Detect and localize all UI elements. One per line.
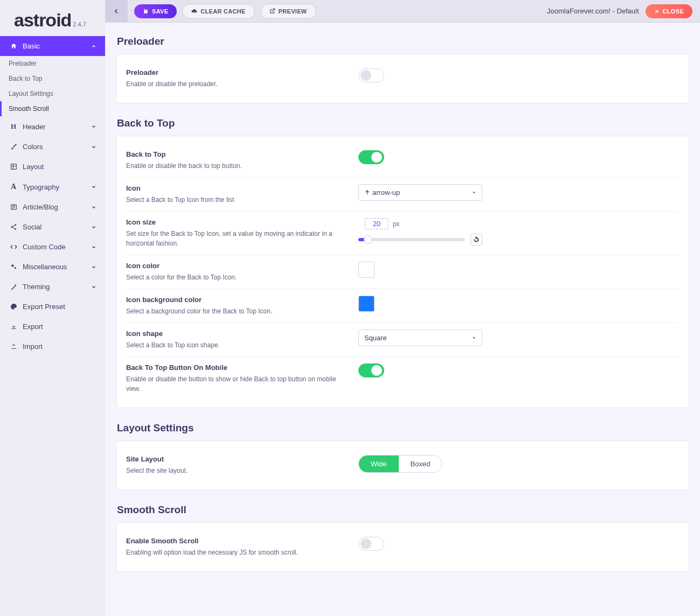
- caret-down-icon: [472, 335, 476, 340]
- nav-item-theming[interactable]: Theming: [0, 277, 105, 297]
- download-icon: [9, 323, 18, 330]
- btt-size-slider[interactable]: [358, 238, 465, 241]
- nav-item-basic[interactable]: Basic: [0, 36, 105, 56]
- nav-basic-submenu: Preloader Back to Top Layout Settings Sm…: [0, 56, 105, 116]
- nav-item-article-blog[interactable]: Article/Blog: [0, 197, 105, 217]
- preloader-label: Preloader: [126, 68, 348, 76]
- nav-item-custom-code[interactable]: Custom Code: [0, 237, 105, 257]
- page-title: JoomlaForever.com! - Default: [547, 7, 639, 15]
- smooth-toggle[interactable]: [358, 537, 384, 551]
- brand-name: astroid: [14, 10, 71, 31]
- nav-label: Header: [23, 123, 46, 131]
- layout-option-wide[interactable]: Wide: [359, 456, 399, 472]
- nav-item-import[interactable]: Import: [0, 337, 105, 356]
- upload-icon: [9, 343, 18, 350]
- preview-button[interactable]: PREVIEW: [260, 4, 316, 19]
- topbar: SAVE CLEAR CACHE PREVIEW JoomlaForever.c…: [105, 0, 700, 23]
- nav-label: Social: [23, 223, 41, 231]
- sidebar: astroid 2.4.7 Basic Preloader Back to To…: [0, 0, 105, 616]
- save-button[interactable]: SAVE: [134, 4, 177, 18]
- btt-size-label: Icon size: [126, 218, 348, 226]
- btt-shape-desc: Select a Back to Top icon shape.: [126, 340, 348, 350]
- chevron-up-icon: [91, 44, 96, 49]
- chevron-down-icon: [91, 205, 96, 210]
- btt-size-input[interactable]: [365, 218, 389, 229]
- smooth-label: Enable Smooth Scroll: [126, 537, 348, 545]
- content-area: Preloader Preloader Enable or disable th…: [105, 23, 700, 616]
- nav-label: Article/Blog: [23, 203, 58, 211]
- btt-color-swatch[interactable]: [358, 262, 375, 278]
- palette-icon: [9, 303, 18, 310]
- arrow-up-icon: [364, 190, 370, 195]
- collapse-sidebar-button[interactable]: [105, 0, 128, 23]
- nav-label: Export: [23, 323, 43, 331]
- svg-rect-0: [11, 164, 16, 170]
- clear-cache-button[interactable]: CLEAR CACHE: [182, 4, 254, 19]
- preview-label: PREVIEW: [279, 8, 307, 15]
- panel-backtotop: Back to Top Enable or disable the back t…: [116, 136, 689, 408]
- sub-item-layout-settings[interactable]: Layout Settings: [0, 86, 105, 101]
- nav: Basic Preloader Back to Top Layout Setti…: [0, 36, 105, 616]
- external-link-icon: [269, 8, 275, 14]
- btt-size-desc: Set size for the Back to Top Icon, set a…: [126, 229, 348, 248]
- clear-cache-label: CLEAR CACHE: [200, 8, 245, 15]
- chevron-down-icon: [91, 244, 96, 250]
- btt-bgcolor-label: Icon background color: [126, 296, 348, 304]
- layout-desc: Select the site layout.: [126, 466, 348, 475]
- btt-icon-select[interactable]: arrow-up: [358, 184, 482, 201]
- header-icon: H: [9, 122, 18, 131]
- code-icon: [9, 243, 18, 250]
- btt-enable-toggle[interactable]: [358, 150, 384, 164]
- preloader-toggle[interactable]: [358, 68, 384, 82]
- brand-logo: astroid 2.4.7: [0, 0, 105, 36]
- btt-icon-desc: Select a Back to Top Icon from the list: [126, 195, 348, 205]
- panel-layout: Site Layout Select the site layout. Wide…: [116, 440, 689, 490]
- main: SAVE CLEAR CACHE PREVIEW JoomlaForever.c…: [105, 0, 700, 616]
- nav-label: Custom Code: [23, 243, 65, 251]
- chevron-down-icon: [91, 144, 96, 150]
- svg-point-5: [11, 264, 13, 267]
- section-title-backtotop: Back to Top: [117, 117, 689, 129]
- brush-icon: [9, 143, 18, 150]
- sub-item-smooth-scroll[interactable]: Smooth Scroll: [0, 101, 105, 116]
- save-label: SAVE: [152, 8, 168, 15]
- btt-color-label: Icon color: [126, 262, 348, 270]
- panel-preloader: Preloader Enable or disable the preloade…: [116, 54, 689, 103]
- svg-point-6: [14, 267, 16, 269]
- sub-item-back-to-top[interactable]: Back to Top: [0, 71, 105, 86]
- preloader-desc: Enable or disable the preloader.: [126, 79, 348, 89]
- nav-item-miscellaneous[interactable]: Miscellaneous: [0, 257, 105, 277]
- nav-label: Import: [23, 342, 43, 351]
- nav-label: Export Preset: [23, 303, 65, 311]
- smooth-desc: Enabling will option load the necessary …: [126, 548, 348, 557]
- section-title-layout: Layout Settings: [117, 422, 689, 434]
- btt-enable-label: Back to Top: [126, 150, 348, 158]
- site-layout-segmented: Wide Boxed: [358, 455, 443, 473]
- nav-item-layout[interactable]: Layout: [0, 157, 105, 177]
- brand-version: 2.4.7: [73, 21, 86, 27]
- nav-item-typography[interactable]: A Typography: [0, 177, 105, 197]
- nav-label: Basic: [23, 42, 40, 50]
- btt-mobile-toggle[interactable]: [358, 363, 384, 377]
- close-icon: [654, 9, 660, 14]
- nav-item-header[interactable]: H Header: [0, 116, 105, 137]
- btt-bgcolor-swatch[interactable]: [358, 296, 375, 312]
- close-button[interactable]: CLOSE: [646, 4, 692, 18]
- btt-size-unit: px: [393, 220, 400, 228]
- layout-label: Site Layout: [126, 455, 348, 463]
- btt-shape-select[interactable]: Square: [358, 330, 482, 346]
- share-icon: [9, 223, 18, 230]
- layout-option-boxed[interactable]: Boxed: [399, 456, 442, 472]
- cloud-icon: [191, 8, 197, 14]
- caret-down-icon: [472, 190, 476, 195]
- grid-icon: [9, 163, 18, 170]
- nav-item-colors[interactable]: Colors: [0, 137, 105, 157]
- nav-item-export[interactable]: Export: [0, 317, 105, 337]
- sub-item-preloader[interactable]: Preloader: [0, 56, 105, 71]
- home-icon: [9, 43, 18, 50]
- nav-item-export-preset[interactable]: Export Preset: [0, 297, 105, 317]
- btt-color-desc: Select a color for the Back to Top Icon.: [126, 272, 348, 282]
- nav-item-social[interactable]: Social: [0, 217, 105, 237]
- btt-enable-desc: Enable or disable the back to top button…: [126, 161, 348, 171]
- btt-size-reset[interactable]: [470, 234, 482, 246]
